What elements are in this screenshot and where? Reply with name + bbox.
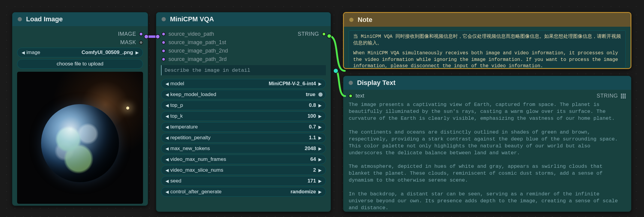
earth-icon (41, 104, 119, 182)
display-text-output[interactable]: The image presents a captivating view of… (343, 100, 631, 212)
chevron-left-icon[interactable]: ◀ (164, 179, 170, 183)
prompt-input[interactable]: Describe the image in detail (161, 65, 326, 75)
output-mask[interactable]: MASK (17, 38, 143, 47)
file-value: ComfyUI_00509_.png (40, 50, 134, 56)
param-top-p[interactable]: ◀top_p0.8▶ (161, 101, 326, 110)
param-model[interactable]: ◀modelMiniCPM-V-2_6-int4▶ (161, 79, 326, 89)
param-max-new-tokens[interactable]: ◀max_new_tokens2048▶ (161, 144, 326, 153)
file-selector[interactable]: ◀ image ComfyUI_00509_.png ▶ (17, 48, 143, 57)
node-header[interactable]: Load Image (12, 12, 148, 26)
collapse-dot-icon[interactable] (349, 81, 353, 85)
node-title: Note (358, 16, 372, 24)
chevron-right-icon[interactable]: ▶ (317, 189, 323, 194)
file-label: image (26, 50, 40, 56)
upload-button[interactable]: choose file to upload (17, 59, 143, 69)
chevron-left-icon[interactable]: ◀ (20, 50, 26, 55)
output-string[interactable]: STRING (298, 31, 326, 37)
collapse-dot-icon[interactable] (349, 18, 353, 22)
node-title: Load Image (26, 15, 63, 23)
chevron-left-icon[interactable]: ◀ (164, 157, 170, 162)
node-title: Display Text (357, 79, 395, 87)
param-control-after-generate[interactable]: ◀control_after_generaterandomize▶ (161, 187, 326, 197)
chevron-left-icon[interactable]: ◀ (164, 92, 170, 97)
input-text[interactable]: text (349, 93, 364, 99)
chevron-left-icon[interactable]: ◀ (164, 168, 170, 173)
chevron-right-icon[interactable]: ▶ (134, 50, 140, 55)
node-header[interactable]: MiniCPM VQA (156, 12, 331, 26)
note-text[interactable]: 当 MiniCPM VQA 同时接收到图像和视频信息时，它会仅处理视频信息而忽略… (349, 30, 626, 68)
node-title: MiniCPM VQA (170, 15, 214, 23)
chevron-left-icon[interactable]: ◀ (164, 81, 170, 86)
chevron-right-icon[interactable]: ▶ (317, 157, 323, 162)
node-minicpm-vqa[interactable]: MiniCPM VQA STRING source_video_pathsour… (156, 12, 331, 212)
param-temperature[interactable]: ◀temperature0.7▶ (161, 122, 326, 132)
port-text-in-icon[interactable] (349, 94, 353, 98)
chevron-right-icon[interactable]: ▶ (317, 179, 323, 183)
chevron-right-icon[interactable]: ▶ (317, 81, 323, 86)
port-icon[interactable] (162, 32, 165, 36)
collapse-dot-icon[interactable] (162, 17, 166, 21)
chevron-left-icon[interactable]: ◀ (164, 189, 170, 194)
chevron-left-icon[interactable]: ◀ (164, 135, 170, 140)
chevron-right-icon[interactable]: ▶ (317, 125, 323, 129)
note-cn: 当 MiniCPM VQA 同时接收到图像和视频信息时，它会仅处理视频信息而忽略… (353, 34, 621, 46)
toggle-dot-icon[interactable] (318, 92, 323, 97)
chevron-left-icon[interactable]: ◀ (164, 114, 170, 119)
image-preview (17, 72, 143, 204)
grid-icon (621, 94, 626, 98)
port-icon[interactable] (162, 57, 165, 61)
chevron-left-icon[interactable]: ◀ (164, 125, 170, 129)
param-keep-model-loaded[interactable]: ◀keep_model_loadedtrue (161, 90, 326, 99)
port-icon[interactable] (162, 49, 165, 53)
port-icon[interactable] (162, 41, 165, 44)
chevron-right-icon[interactable]: ▶ (317, 135, 323, 140)
param-video-max-slice-nums[interactable]: ◀video_max_slice_nums2▶ (161, 165, 326, 175)
chevron-left-icon[interactable]: ◀ (164, 103, 170, 108)
port-mask-icon[interactable] (139, 41, 143, 44)
note-en: When MiniCPM VQA simultaneously receives… (353, 50, 621, 68)
chevron-right-icon[interactable]: ▶ (317, 168, 323, 173)
node-display-text[interactable]: Display Text text STRING The image prese… (343, 76, 631, 212)
collapse-dot-icon[interactable] (18, 17, 22, 21)
chevron-left-icon[interactable]: ◀ (164, 146, 170, 151)
param-repetition-penalty[interactable]: ◀repetition_penalty1.1▶ (161, 133, 326, 143)
node-header[interactable]: Display Text (343, 76, 631, 90)
node-header[interactable]: Note (344, 13, 631, 27)
param-seed[interactable]: ◀seed171▶ (161, 176, 326, 186)
param-top-k[interactable]: ◀top_k100▶ (161, 111, 326, 121)
node-load-image[interactable]: Load Image IMAGE MASK ◀ image ComfyUI_00… (12, 12, 148, 206)
chevron-right-icon[interactable]: ▶ (317, 103, 323, 108)
svg-point-3 (333, 68, 338, 73)
port-image-icon[interactable] (139, 32, 143, 36)
node-note[interactable]: Note 当 MiniCPM VQA 同时接收到图像和视频信息时，它会仅处理视频… (343, 12, 631, 69)
input-source-image-path-2nd[interactable]: source_image_path_2nd (161, 47, 326, 55)
sun-icon (126, 107, 129, 110)
chevron-right-icon[interactable]: ▶ (317, 114, 323, 119)
input-source-image-path-3rd[interactable]: source_image_path_3rd (161, 55, 326, 63)
port-string-icon[interactable] (322, 32, 326, 36)
output-image[interactable]: IMAGE (17, 30, 143, 38)
param-video-max-num-frames[interactable]: ◀video_max_num_frames64▶ (161, 155, 326, 164)
output-string[interactable]: STRING (597, 93, 626, 99)
chevron-right-icon[interactable]: ▶ (317, 146, 323, 151)
input-source-image-path-1st[interactable]: source_image_path_1st (161, 38, 326, 47)
